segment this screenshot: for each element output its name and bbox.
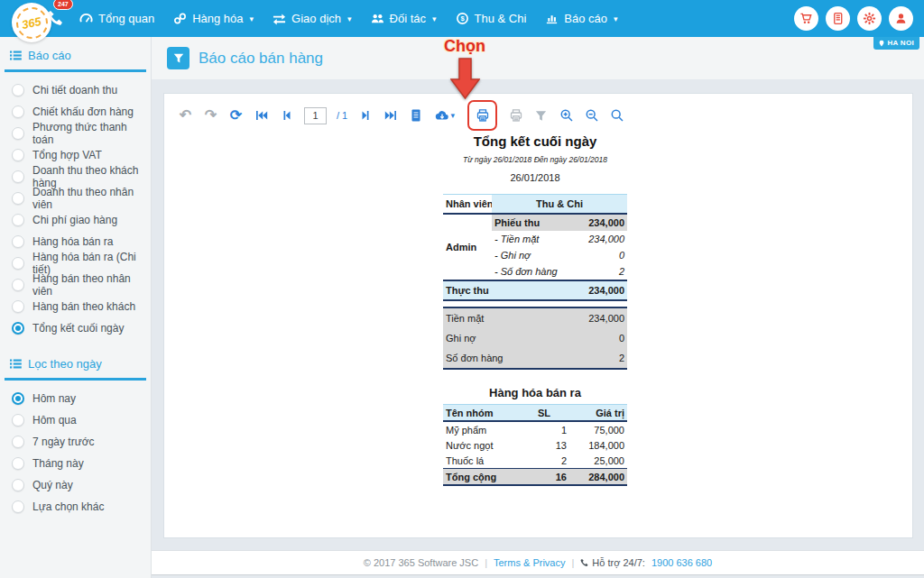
nav-label: Giao dịch xyxy=(291,12,341,25)
total-row: Tổng cộng 16 284,000 xyxy=(443,469,627,486)
sidebar-item-label: Quý này xyxy=(32,479,73,491)
nav-thu-chi[interactable]: $ Thu & Chi xyxy=(456,12,527,25)
chevron-down-icon: ▾ xyxy=(450,111,455,120)
redo-icon[interactable]: ↷ xyxy=(203,106,218,125)
app-logo[interactable]: 365 xyxy=(12,3,51,42)
nav-label: Hàng hóa xyxy=(192,12,243,25)
sidebar: Báo cáo Chi tiết doanh thu Chiết khấu đơ… xyxy=(0,37,152,578)
download-dropdown[interactable]: ▾ xyxy=(433,106,457,125)
page-number-input[interactable] xyxy=(304,107,327,124)
navbar-actions xyxy=(794,6,913,31)
sidebar-item-chi-phi-giao-hang[interactable]: Chi phí giao hàng xyxy=(0,209,151,231)
zoom-out-icon[interactable] xyxy=(584,106,599,125)
phone-icon xyxy=(580,558,589,567)
radio-icon xyxy=(12,300,24,313)
row-label: Phiếu thu xyxy=(492,214,571,231)
sidebar-item-hang-hoa-ban-ra-chi-tiet[interactable]: Hàng hóa bán ra (Chi tiết) xyxy=(0,252,151,274)
total-label: Thực thu xyxy=(443,280,492,300)
row-value: 234,000 xyxy=(571,231,627,247)
sidebar-item-label: Hàng bán theo khách xyxy=(32,300,135,313)
support-phone-link[interactable]: 1900 636 680 xyxy=(651,557,712,568)
sidebar-item-doanh-thu-khach-hang[interactable]: Doanh thu theo khách hàng xyxy=(0,166,151,188)
zoom-in-icon[interactable] xyxy=(559,106,574,125)
radio-icon xyxy=(12,214,24,226)
table-row: Mỹ phẩm 1 75,000 xyxy=(443,421,627,437)
sidebar-item-hang-hoa-ban-ra[interactable]: Hàng hóa bán ra xyxy=(0,231,151,252)
refresh-icon[interactable]: ⟳ xyxy=(228,106,244,125)
sidebar-section-reports: Báo cáo xyxy=(5,47,146,72)
nav-giao-dich[interactable]: Giao dịch ▾ xyxy=(273,12,351,25)
table-row: Thuốc lá 2 25,000 xyxy=(443,453,627,469)
radio-icon xyxy=(12,149,24,161)
toolbar-filter-icon[interactable] xyxy=(533,106,549,125)
main-menu: Tổng quan Hàng hóa ▾ Giao dịch ▾ Đối tác… xyxy=(79,12,618,25)
main-content: Báo cáo bán hàng ↶ ↷ ⟳ / 1 ▾ Tổng kế xyxy=(152,37,924,578)
nav-label: Báo cáo xyxy=(564,12,607,25)
nav-label: Tổng quan xyxy=(98,12,154,25)
employee-summary-table: Nhân viên Thu & Chi Admin Phiếu thu 234,… xyxy=(443,194,627,301)
sidebar-item-phuong-thuc-thanh-toan[interactable]: Phương thức thanh toán xyxy=(0,123,151,144)
cell-value: 75,000 xyxy=(569,421,627,437)
date-filter-hom-nay[interactable]: Hôm nay xyxy=(0,388,151,409)
sidebar-item-hang-ban-theo-nhan-vien[interactable]: Hàng bán theo nhân viên xyxy=(0,274,151,296)
cart-icon xyxy=(799,12,813,25)
nav-bao-cao[interactable]: Báo cáo ▾ xyxy=(545,12,617,25)
sidebar-item-label: Tháng này xyxy=(32,457,84,470)
print-disabled-icon[interactable] xyxy=(508,106,523,125)
partners-icon xyxy=(371,12,384,25)
sidebar-item-chiet-khau-don-hang[interactable]: Chiết khấu đơn hàng xyxy=(0,101,151,123)
list-icon xyxy=(10,359,22,369)
page-title: Báo cáo bán hàng xyxy=(199,50,323,68)
print-icon[interactable] xyxy=(475,106,490,125)
sidebar-item-hang-ban-theo-khach[interactable]: Hàng bán theo khách xyxy=(0,296,151,317)
date-filter-thang-nay[interactable]: Tháng này xyxy=(0,453,151,474)
invoice-button[interactable] xyxy=(826,6,850,31)
support-label: Hỗ trợ 24/7: xyxy=(580,557,645,568)
sidebar-item-label: Tổng hợp VAT xyxy=(32,149,102,161)
last-page-icon[interactable] xyxy=(383,106,398,125)
separator: | xyxy=(571,557,574,568)
sidebar-item-label: Chi tiết doanh thu xyxy=(32,84,117,96)
radio-selected-icon xyxy=(12,322,24,335)
nav-doi-tac[interactable]: Đối tác ▾ xyxy=(371,12,437,25)
sidebar-item-label: 7 ngày trước xyxy=(32,436,95,448)
next-page-icon[interactable] xyxy=(357,106,373,125)
dashboard-icon xyxy=(79,12,93,25)
nav-tong-quan[interactable]: Tổng quan xyxy=(79,12,154,25)
prev-page-icon[interactable] xyxy=(279,106,294,125)
sidebar-item-tong-hop-vat[interactable]: Tổng hợp VAT xyxy=(0,144,151,166)
cart-button[interactable] xyxy=(794,6,818,31)
settings-button[interactable] xyxy=(857,6,882,31)
exchange-icon xyxy=(273,12,286,25)
radio-icon xyxy=(12,457,24,470)
table-row: Admin Phiếu thu 234,000 xyxy=(443,214,627,231)
row-label: - Tiền mặt xyxy=(492,231,571,247)
first-page-icon[interactable] xyxy=(254,106,269,125)
date-filter-quy-nay[interactable]: Quý này xyxy=(0,474,151,496)
date-filter-7-ngay-truoc[interactable]: 7 ngày trước xyxy=(0,431,151,453)
sidebar-item-label: Phương thức thanh toán xyxy=(32,121,151,146)
terms-link[interactable]: Terms & Privacy xyxy=(494,557,565,568)
radio-icon xyxy=(12,479,24,491)
table-row: Nước ngọt 13 184,000 xyxy=(443,437,627,453)
row-value: 2 xyxy=(571,263,627,280)
gear-icon xyxy=(863,12,876,25)
sidebar-item-label: Hôm qua xyxy=(32,414,77,427)
export-document-icon[interactable] xyxy=(408,106,423,125)
location-label: HA NOI xyxy=(887,39,914,47)
cell-group: Mỹ phẩm xyxy=(443,421,519,437)
report-title: Tổng kết cuối ngày xyxy=(443,133,627,149)
radio-selected-icon xyxy=(12,392,24,405)
nav-hang-hoa[interactable]: Hàng hóa ▾ xyxy=(173,12,254,25)
sidebar-item-doanh-thu-nhan-vien[interactable]: Doanh thu theo nhân viên xyxy=(0,188,151,209)
sidebar-item-tong-ket-cuoi-ngay[interactable]: Tổng kết cuối ngày xyxy=(0,317,151,339)
row-label: Ghi nợ xyxy=(443,328,571,348)
undo-icon[interactable]: ↶ xyxy=(178,106,193,125)
date-filter-lua-chon-khac[interactable]: Lựa chọn khác xyxy=(0,496,151,518)
search-icon[interactable] xyxy=(609,106,624,125)
account-button[interactable] xyxy=(889,6,913,31)
radio-icon xyxy=(12,235,24,248)
cell-group: Thuốc lá xyxy=(443,453,519,469)
date-filter-hom-qua[interactable]: Hôm qua xyxy=(0,409,151,431)
sidebar-item-chi-tiet-doanh-thu[interactable]: Chi tiết doanh thu xyxy=(0,79,151,101)
